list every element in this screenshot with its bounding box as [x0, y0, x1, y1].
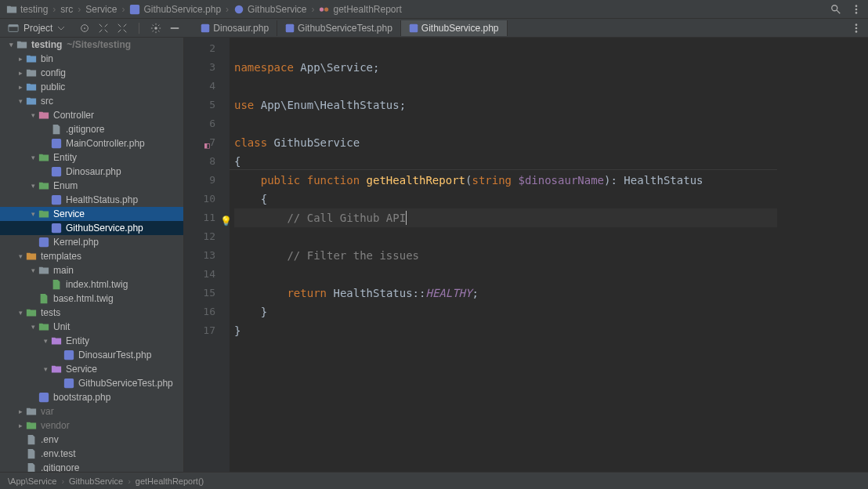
chevron-down-icon[interactable]: ▾ [6, 41, 16, 49]
tab-githubservice[interactable]: GithubService.php [401, 20, 508, 36]
breadcrumb-service[interactable]: Service [85, 4, 117, 15]
gutter-line[interactable]: 9 [184, 171, 230, 190]
gutter-line[interactable]: 17 [184, 321, 230, 340]
chevron-down-icon[interactable]: ▾ [16, 309, 25, 317]
breadcrumb-project[interactable]: testing [6, 4, 48, 15]
code-line[interactable]: namespace App\Service; [234, 58, 777, 77]
gutter-line[interactable]: 6 [184, 114, 230, 133]
collapse-icon[interactable] [117, 23, 128, 34]
code-editor[interactable]: ▲1 ↑ ↓ 23456◧7891011💡121314151617 namesp… [184, 38, 868, 472]
tree-item[interactable]: Kernel.php [0, 235, 183, 249]
target-icon[interactable] [79, 23, 90, 34]
tree-item[interactable]: GithubServiceTest.php [0, 376, 183, 390]
bottom-class[interactable]: GithubService [69, 476, 123, 486]
tree-item[interactable]: ▾tests [0, 306, 183, 320]
tree-item[interactable]: ▾Service [0, 207, 183, 221]
gutter-line[interactable]: ◧7 [184, 133, 230, 152]
chevron-down-icon[interactable]: ▾ [28, 210, 38, 218]
gutter-line[interactable]: 8 [184, 152, 230, 171]
tree-item[interactable]: ▸var [0, 404, 183, 418]
chevron-right-icon[interactable]: ▸ [16, 83, 25, 91]
code-line[interactable]: // Call Github API [234, 208, 777, 227]
chevron-right-icon[interactable]: ▸ [16, 69, 25, 77]
tree-root[interactable]: ▾ testing ~/Sites/testing [0, 38, 183, 52]
code-line[interactable] [234, 77, 777, 96]
chevron-down-icon[interactable]: ▾ [41, 365, 50, 373]
chevron-down-icon[interactable]: ▾ [28, 182, 38, 190]
code-line[interactable]: class GithubService [234, 133, 777, 152]
code-line[interactable]: { [234, 190, 777, 208]
more-icon[interactable] [851, 23, 862, 34]
search-icon[interactable] [830, 4, 841, 15]
gutter-line[interactable]: 15 [184, 284, 230, 302]
tree-item[interactable]: base.html.twig [0, 292, 183, 306]
chevron-down-icon[interactable]: ▾ [41, 337, 50, 345]
gutter-line[interactable]: 16 [184, 302, 230, 321]
code-line[interactable]: use App\Enum\HealthStatus; [234, 96, 777, 114]
gutter-line[interactable]: 2 [184, 39, 230, 58]
code-line[interactable]: public function getHealthReport(string $… [234, 171, 777, 190]
project-tree[interactable]: ▾ testing ~/Sites/testing ▸bin▸config▸pu… [0, 38, 184, 472]
tree-item[interactable]: ▾src [0, 94, 183, 108]
tree-item[interactable]: ▸config [0, 66, 183, 80]
project-tool-label[interactable]: Project [0, 23, 73, 34]
tree-item[interactable]: bootstrap.php [0, 390, 183, 404]
code-line[interactable]: { [234, 152, 777, 171]
code-line[interactable] [234, 227, 777, 246]
breadcrumb-method[interactable]: getHealthReport [319, 4, 401, 15]
tree-item[interactable]: .gitignore [0, 461, 183, 472]
tree-item[interactable]: .env.test [0, 447, 183, 461]
chevron-down-icon[interactable]: ▾ [28, 111, 38, 119]
tab-githubservicetest[interactable]: GithubServiceTest.php [277, 20, 401, 36]
tree-item[interactable]: ▸vendor [0, 418, 183, 433]
code-line[interactable]: // Filter the issues [234, 246, 777, 265]
gutter-line[interactable]: 3 [184, 58, 230, 77]
gear-icon[interactable] [150, 23, 161, 34]
gutter-line[interactable]: 12 [184, 227, 230, 246]
tree-item[interactable]: ▾main [0, 263, 183, 277]
code-line[interactable]: } [234, 321, 777, 340]
more-icon[interactable] [851, 4, 862, 15]
gutter-line[interactable]: 13 [184, 246, 230, 265]
tree-item[interactable]: HealthStatus.php [0, 193, 183, 207]
tree-item[interactable]: ▾Enum [0, 179, 183, 193]
chevron-down-icon[interactable]: ▾ [28, 154, 38, 161]
breadcrumb-class[interactable]: GithubService [233, 4, 306, 15]
code-area[interactable]: namespace App\Service;use App\Enum\Healt… [230, 38, 777, 472]
code-line[interactable] [234, 114, 777, 133]
chevron-right-icon[interactable]: ▸ [16, 55, 25, 63]
breadcrumb-file[interactable]: GithubService.php [129, 4, 221, 15]
code-line[interactable] [234, 39, 777, 58]
chevron-down-icon[interactable]: ▾ [28, 266, 38, 274]
tab-dinosaur[interactable]: Dinosaur.php [193, 20, 277, 36]
chevron-right-icon[interactable]: ▸ [16, 408, 25, 415]
tree-item[interactable]: ▾Unit [0, 320, 183, 334]
bottom-namespace[interactable]: \App\Service [8, 476, 56, 486]
tree-item[interactable]: ▸public [0, 80, 183, 94]
tree-item[interactable]: ▸bin [0, 52, 183, 66]
tree-item[interactable]: ▾Entity [0, 334, 183, 348]
tree-item[interactable]: DinosaurTest.php [0, 348, 183, 362]
chevron-down-icon[interactable]: ▾ [16, 252, 25, 260]
gutter-line[interactable]: 4 [184, 77, 230, 96]
chevron-down-icon[interactable]: ▾ [16, 97, 25, 105]
gutter-line[interactable]: 11💡 [184, 208, 230, 227]
expand-icon[interactable] [98, 23, 109, 34]
tree-item[interactable]: ▾Service [0, 362, 183, 376]
gutter-line[interactable]: 5 [184, 96, 230, 114]
chevron-right-icon[interactable]: ▸ [16, 422, 25, 429]
tree-item[interactable]: ▾Entity [0, 150, 183, 165]
tree-item[interactable]: ▾templates [0, 249, 183, 263]
minimize-icon[interactable] [169, 23, 180, 34]
code-line[interactable]: } [234, 302, 777, 321]
tree-item[interactable]: .env [0, 433, 183, 447]
tree-item[interactable]: GithubService.php [0, 221, 183, 235]
tree-item[interactable]: .gitignore [0, 122, 183, 136]
breadcrumb-src[interactable]: src [60, 4, 73, 15]
code-line[interactable]: return HealthStatus::HEALTHY; [234, 284, 777, 302]
tree-item[interactable]: Dinosaur.php [0, 165, 183, 179]
tree-item[interactable]: ▾Controller [0, 108, 183, 122]
bottom-method[interactable]: getHealthReport() [136, 476, 204, 486]
code-line[interactable] [234, 265, 777, 284]
gutter-line[interactable]: 14 [184, 265, 230, 284]
